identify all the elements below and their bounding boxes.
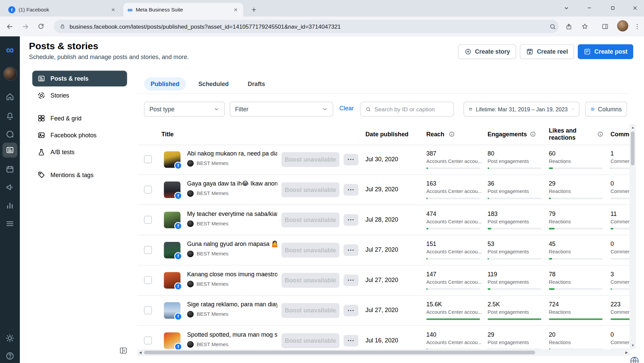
columns-button[interactable]: Columns [585, 102, 627, 116]
col-header-comments[interactable]: Comments [611, 124, 629, 145]
rail-inbox-button[interactable] [3, 128, 17, 141]
post-title-link[interactable]: Kanang close mos imung maestro... [187, 271, 277, 278]
col-header-likes[interactable]: Likes and reactions [549, 124, 583, 145]
tab-close-icon[interactable] [109, 6, 117, 13]
tab-scheduled[interactable]: Scheduled [192, 77, 235, 90]
sidebar-item-stories[interactable]: Stories [32, 88, 127, 104]
row-more-button[interactable]: ... [344, 335, 358, 346]
col-header-date[interactable]: Date published [366, 124, 408, 145]
post-thumbnail[interactable]: f [164, 182, 181, 198]
clear-filters-link[interactable]: Clear [340, 105, 354, 112]
boost-unavailable-button[interactable]: Boost unavailable [281, 303, 340, 318]
row-checkbox[interactable] [144, 156, 152, 163]
rail-insights-button[interactable] [3, 199, 17, 212]
window-close-button[interactable] [626, 2, 644, 14]
browser-tab-meta[interactable]: ∞ Meta Business Suite [123, 3, 243, 17]
boost-unavailable-button[interactable]: Boost unavailable [281, 243, 340, 257]
sidebar-item-ab-tests[interactable]: A/B tests [32, 144, 127, 160]
post-type-dropdown[interactable]: Post type [144, 102, 225, 116]
globe-icon[interactable] [629, 356, 640, 363]
rail-settings-button[interactable] [3, 332, 17, 345]
address-bar[interactable]: business.facebook.com/latest/posts/publi… [54, 20, 559, 33]
share-icon[interactable] [562, 20, 575, 33]
engagements-info-icon[interactable] [530, 131, 536, 137]
search-input[interactable] [374, 106, 449, 113]
create-reel-button[interactable]: Create reel [520, 44, 574, 59]
row-checkbox[interactable] [144, 186, 152, 193]
tab-search-icon[interactable] [557, 2, 575, 14]
window-minimize-button[interactable] [580, 2, 598, 14]
window-maximize-button[interactable] [603, 2, 622, 14]
vertical-scrollbar[interactable]: ▲ ▼ [629, 124, 636, 350]
browser-tab-facebook[interactable]: f (1) Facebook [4, 3, 121, 17]
row-more-button[interactable]: ... [344, 305, 358, 316]
row-more-button[interactable]: ... [344, 214, 358, 226]
post-title-link[interactable]: Gaya gaya daw ta ih😂 Ikaw anon... [187, 180, 277, 187]
create-story-button[interactable]: Create story [458, 44, 516, 59]
rail-notifications-button[interactable] [3, 110, 17, 123]
post-thumbnail[interactable]: f [164, 242, 181, 258]
row-checkbox[interactable] [144, 216, 152, 224]
post-thumbnail[interactable]: f [164, 332, 181, 349]
vertical-scroll-thumb[interactable] [631, 132, 635, 165]
row-more-button[interactable]: ... [344, 154, 358, 165]
search-box[interactable] [360, 102, 454, 116]
horizontal-scroll-thumb[interactable] [144, 351, 535, 354]
scroll-left-icon[interactable]: ◀ [139, 351, 142, 354]
side-panel-icon[interactable] [599, 20, 611, 33]
boost-unavailable-button[interactable]: Boost unavailable [281, 213, 340, 227]
reload-button[interactable] [35, 20, 47, 33]
sidebar-item-feed-grid[interactable]: Feed & grid [32, 110, 127, 126]
boost-unavailable-button[interactable]: Boost unavailable [281, 182, 340, 197]
col-header-reach[interactable]: Reach [426, 124, 444, 145]
col-header-engagements[interactable]: Engagements [487, 124, 527, 145]
filter-dropdown[interactable]: Filter [230, 102, 333, 116]
row-checkbox[interactable] [144, 306, 152, 314]
boost-unavailable-button[interactable]: Boost unavailable [281, 152, 340, 167]
rail-home-button[interactable] [3, 90, 17, 103]
row-more-button[interactable]: ... [344, 244, 358, 256]
scroll-up-icon[interactable]: ▲ [631, 126, 635, 130]
row-more-button[interactable]: ... [344, 184, 358, 195]
sidebar-item-mentions-tags[interactable]: Mentions & tags [32, 167, 127, 183]
rail-ads-button[interactable] [3, 181, 17, 194]
row-more-button[interactable]: ... [344, 275, 358, 286]
collapse-panel-icon[interactable] [119, 346, 128, 355]
post-thumbnail[interactable]: f [164, 151, 181, 168]
post-title-link[interactable]: My teacher everytime na saba/kiat... [187, 211, 277, 217]
post-thumbnail[interactable]: f [164, 272, 181, 288]
boost-unavailable-button[interactable]: Boost unavailable [281, 333, 340, 348]
rail-help-button[interactable] [3, 350, 17, 363]
tab-close-icon[interactable] [232, 6, 239, 13]
post-thumbnail[interactable]: f [164, 302, 181, 319]
reach-info-icon[interactable] [449, 131, 455, 137]
date-range-dropdown[interactable]: Lifetime: Mar 31, 2019 – Jan 19, 2023 [463, 102, 579, 116]
sidebar-item-facebook-photos[interactable]: Facebook photos [32, 127, 127, 143]
row-checkbox[interactable] [144, 246, 152, 254]
horizontal-scrollbar[interactable]: ◀ ▶ [137, 350, 629, 356]
browser-profile-avatar[interactable] [617, 20, 628, 31]
post-title-link[interactable]: Abi nakog mukaon ra, need pa dia... [187, 150, 277, 157]
scroll-right-icon[interactable]: ▶ [625, 351, 628, 354]
boost-unavailable-button[interactable]: Boost unavailable [281, 273, 340, 288]
bookmark-star-icon[interactable] [579, 20, 591, 33]
post-title-link[interactable]: Guna nalng gyud aron mapasa 🤷 [187, 241, 277, 248]
post-thumbnail[interactable]: f [164, 212, 181, 228]
row-checkbox[interactable] [144, 337, 152, 344]
create-post-button[interactable]: Create post [578, 44, 633, 59]
post-title-link[interactable]: Spotted spotted, mura man mog s... [187, 331, 277, 338]
back-button[interactable] [3, 20, 16, 33]
rail-all-tools-button[interactable] [3, 217, 17, 230]
new-tab-button[interactable] [248, 4, 259, 15]
likes-info-icon[interactable] [597, 131, 603, 137]
rail-planner-button[interactable] [3, 163, 17, 176]
rail-posts-button[interactable] [2, 143, 17, 158]
browser-menu-icon[interactable] [631, 20, 643, 33]
col-header-title[interactable]: Title [161, 124, 173, 145]
forward-button[interactable] [19, 20, 31, 33]
business-avatar[interactable] [3, 67, 17, 81]
tab-published[interactable]: Published [144, 77, 186, 90]
scroll-down-icon[interactable]: ▼ [631, 344, 635, 347]
zoom-search-icon[interactable] [546, 20, 559, 33]
post-title-link[interactable]: Sige ratag reklamo, para man diay... [187, 301, 277, 308]
